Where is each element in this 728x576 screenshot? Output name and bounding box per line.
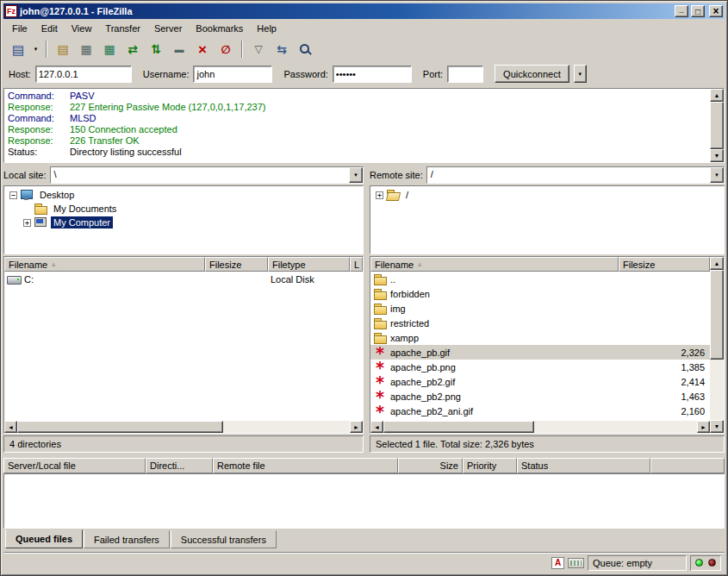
filezilla-window: Fz john@127.0.0.1 - FileZilla File Edit … [0, 0, 728, 576]
site-manager-button[interactable] [7, 39, 29, 59]
vertical-splitter[interactable] [364, 256, 370, 434]
menu-bookmarks[interactable]: Bookmarks [189, 21, 250, 36]
expander-toggle[interactable]: + [23, 219, 31, 227]
remote-site-combobox[interactable]: / [426, 166, 725, 184]
log-line-type: Command: [8, 113, 70, 124]
vertical-splitter[interactable] [364, 166, 370, 254]
file-row[interactable]: img [370, 301, 710, 316]
file-row[interactable]: apache_pb.gif 2,326 [370, 345, 710, 360]
scroll-thumb[interactable] [17, 421, 223, 433]
file-row[interactable]: C: Local Disk [4, 272, 363, 286]
host-input[interactable] [35, 66, 132, 83]
process-queue-button[interactable] [145, 39, 167, 59]
file-row[interactable]: xampp [370, 330, 710, 345]
password-input[interactable] [333, 66, 412, 83]
remote-site-label: Remote site: [370, 170, 423, 180]
scroll-right-button[interactable] [350, 421, 363, 433]
column-direction[interactable]: Directi... [146, 458, 213, 473]
find-button[interactable] [294, 39, 316, 59]
tab-queued-files[interactable]: Queued files [5, 529, 83, 548]
port-input[interactable] [447, 66, 483, 83]
recv-activity-led-icon [695, 559, 703, 567]
local-site-dropdown-button[interactable] [349, 167, 363, 183]
column-filetype[interactable]: Filetype [268, 257, 350, 272]
column-remote-file[interactable]: Remote file [213, 458, 398, 473]
site-manager-dropdown[interactable] [30, 39, 41, 59]
scroll-track[interactable] [383, 421, 697, 433]
tree-item-my-computer[interactable]: + My Computer [6, 216, 361, 229]
file-type: Local Disk [271, 274, 314, 285]
filter-button[interactable] [247, 39, 270, 59]
tab-failed-transfers[interactable]: Failed transfers [84, 530, 170, 548]
maximize-button[interactable] [691, 5, 705, 17]
scroll-up-button[interactable] [710, 89, 724, 102]
scroll-left-button[interactable] [4, 421, 17, 433]
tab-successful-transfers[interactable]: Successful transfers [171, 530, 277, 548]
toggle-local-tree-button[interactable] [75, 39, 97, 59]
scroll-track[interactable] [17, 421, 350, 433]
column-status[interactable]: Status [517, 458, 650, 473]
disconnect-button[interactable] [215, 39, 237, 59]
column-filesize[interactable]: Filesize [619, 257, 710, 272]
toolbar-separator [241, 41, 243, 58]
column-priority[interactable]: Priority [463, 458, 517, 473]
scroll-left-button[interactable] [370, 421, 383, 433]
tree-item-desktop[interactable]: − Desktop [6, 188, 361, 202]
file-row[interactable]: apache_pb2.gif 2,414 [370, 374, 710, 389]
scroll-down-button[interactable] [710, 149, 724, 162]
scroll-up-button[interactable] [710, 257, 724, 270]
local-site-combobox[interactable]: \ [50, 166, 364, 184]
column-filesize[interactable]: Filesize [205, 257, 268, 272]
column-server-local-file[interactable]: Server/Local file [3, 458, 146, 473]
file-row[interactable]: forbidden [370, 286, 710, 301]
menu-transfer[interactable]: Transfer [98, 21, 147, 36]
menu-server[interactable]: Server [147, 21, 189, 36]
scroll-thumb[interactable] [710, 102, 724, 149]
file-row[interactable]: apache_pb.png 1,385 [370, 360, 710, 374]
scroll-right-button[interactable] [697, 421, 710, 433]
scroll-thumb[interactable] [383, 421, 534, 433]
expander-toggle[interactable]: − [9, 191, 17, 199]
remote-horizontal-scrollbar[interactable] [370, 421, 710, 433]
folder-icon [373, 317, 388, 329]
scroll-track[interactable] [710, 270, 724, 420]
menu-help[interactable]: Help [250, 21, 283, 36]
cancel-button[interactable] [191, 39, 214, 59]
remote-site-value: / [427, 167, 710, 183]
toggle-remote-tree-button[interactable] [98, 39, 121, 59]
vertical-splitter[interactable] [364, 435, 370, 453]
log-vertical-scrollbar[interactable] [710, 89, 724, 162]
file-row[interactable]: apache_pb2.png 1,463 [370, 389, 710, 404]
file-row[interactable]: restricted [370, 316, 710, 330]
menu-edit[interactable]: Edit [34, 21, 65, 36]
column-filename[interactable]: Filename ▲ [4, 257, 205, 272]
expander-toggle[interactable]: + [376, 191, 383, 199]
column-filler[interactable] [650, 458, 725, 473]
queue-tabs: Queued files Failed transfers Successful… [3, 530, 725, 548]
column-size[interactable]: Size [398, 458, 463, 473]
scroll-thumb[interactable] [710, 270, 724, 360]
tree-item-my-documents[interactable]: My Documents [6, 202, 361, 216]
minimize-button[interactable] [675, 5, 688, 17]
toggle-queue-button[interactable] [168, 39, 190, 59]
file-row[interactable]: .. [370, 272, 710, 286]
local-horizontal-scrollbar[interactable] [4, 421, 363, 433]
tree-item-root[interactable]: + / [372, 188, 722, 202]
scroll-down-button[interactable] [710, 420, 724, 433]
quickconnect-dropdown[interactable] [574, 65, 587, 83]
username-input[interactable] [193, 66, 272, 83]
refresh-button[interactable] [121, 39, 144, 59]
queue-icon [171, 41, 187, 57]
column-filename[interactable]: Filename ▲ [370, 257, 619, 272]
close-button[interactable] [709, 5, 723, 17]
toggle-message-log-button[interactable] [52, 39, 74, 59]
menu-file[interactable]: File [5, 21, 34, 36]
remote-site-dropdown-button[interactable] [710, 167, 724, 183]
quickconnect-button[interactable]: Quickconnect [495, 65, 569, 83]
compare-button[interactable] [271, 39, 293, 59]
column-last-modified[interactable]: L [350, 257, 363, 272]
scroll-track[interactable] [710, 102, 724, 149]
menu-view[interactable]: View [65, 21, 99, 36]
file-row[interactable]: apache_pb2_ani.gif 2,160 [370, 404, 710, 418]
remote-vertical-scrollbar[interactable] [710, 257, 724, 433]
